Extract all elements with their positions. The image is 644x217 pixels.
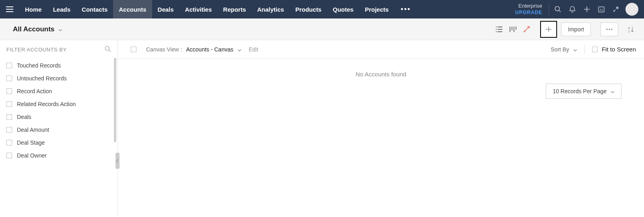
svg-point-4 — [606, 29, 607, 30]
plus-icon[interactable] — [580, 0, 594, 18]
filter-label: Untouched Records — [17, 75, 67, 82]
search-icon[interactable] — [551, 0, 565, 18]
filter-checkbox[interactable] — [6, 63, 12, 68]
plan-info: Enterprise UPGRADE — [515, 3, 547, 16]
nav-item-contacts[interactable]: Contacts — [76, 0, 113, 18]
filter-item[interactable]: Untouched Records — [6, 72, 111, 85]
sort-by-label: Sort By — [551, 46, 569, 53]
add-button[interactable] — [540, 21, 557, 38]
svg-text:A: A — [628, 26, 630, 30]
filter-label: Deals — [17, 114, 31, 120]
avatar[interactable] — [625, 3, 638, 16]
nav-item-projects[interactable]: Projects — [359, 0, 394, 18]
filter-label: Related Records Action — [17, 101, 76, 107]
svg-text:Z: Z — [628, 30, 630, 33]
filter-search-icon[interactable] — [105, 46, 111, 53]
filter-label: Deal Owner — [17, 152, 47, 159]
filter-checkbox[interactable] — [6, 88, 12, 94]
filter-item[interactable]: Deal Owner — [6, 149, 111, 162]
filter-label: Deal Amount — [17, 127, 49, 133]
caret-down-icon — [573, 46, 577, 53]
fit-to-screen-label: Fit to Screen — [602, 46, 636, 53]
empty-state-message: No Accounts found — [118, 59, 644, 78]
nav-item-deals[interactable]: Deals — [152, 0, 180, 18]
svg-text:31: 31 — [600, 8, 603, 12]
view-title-text: All Accounts — [13, 25, 54, 33]
svg-point-5 — [609, 29, 610, 30]
main-area: Canvas View : Accounts - Canvas Edit Sor… — [118, 40, 644, 217]
filter-checkbox[interactable] — [6, 76, 12, 81]
nav-item-analytics[interactable]: Analytics — [252, 0, 290, 18]
canvas-view-label: Canvas View : — [146, 46, 182, 53]
nav-item-home[interactable]: Home — [19, 0, 47, 18]
scrollbar-thumb[interactable] — [114, 58, 116, 142]
nav-item-reports[interactable]: Reports — [217, 0, 252, 18]
caret-down-icon — [237, 46, 242, 53]
nav-item-quotes[interactable]: Quotes — [327, 0, 359, 18]
list-view-icon[interactable] — [493, 24, 505, 35]
svg-line-10 — [109, 50, 111, 52]
filter-item[interactable]: Deal Stage — [6, 136, 111, 149]
fit-to-screen-checkbox[interactable] — [592, 47, 598, 52]
svg-point-6 — [611, 29, 612, 30]
sort-by-selector[interactable]: Sort By — [551, 46, 577, 53]
top-nav: HomeLeadsContactsAccountsDealsActivities… — [0, 0, 644, 18]
select-all-checkbox[interactable] — [131, 47, 136, 52]
calendar-icon[interactable]: 31 — [594, 0, 609, 18]
svg-point-0 — [555, 6, 559, 11]
records-per-page-selector[interactable]: 10 Records Per Page — [546, 84, 621, 99]
menu-icon[interactable] — [0, 6, 19, 12]
canvas-toolbar: Canvas View : Accounts - Canvas Edit Sor… — [118, 40, 644, 59]
canvas-view-icon[interactable] — [521, 24, 532, 35]
tools-icon[interactable] — [609, 0, 623, 18]
filter-checkbox[interactable] — [6, 114, 12, 120]
filter-item[interactable]: Record Action — [6, 85, 111, 98]
filter-checkbox[interactable] — [6, 153, 12, 158]
import-button[interactable]: Import — [561, 23, 591, 36]
pager-label: 10 Records Per Page — [553, 88, 607, 94]
plan-name: Enterprise — [515, 3, 542, 10]
filter-item[interactable]: Deal Amount — [6, 123, 111, 136]
separator — [549, 4, 549, 15]
canvas-name-text: Accounts - Canvas — [186, 46, 233, 53]
bell-icon[interactable] — [565, 0, 580, 18]
filter-checkbox[interactable] — [6, 127, 12, 133]
filter-item[interactable]: Related Records Action — [6, 98, 111, 111]
caret-down-icon — [611, 88, 615, 94]
upgrade-link[interactable]: UPGRADE — [515, 10, 542, 16]
svg-line-1 — [559, 10, 561, 12]
edit-canvas-link[interactable]: Edit — [249, 46, 258, 53]
canvas-selector[interactable]: Accounts - Canvas — [186, 46, 242, 53]
filter-label: Deal Stage — [17, 139, 45, 146]
filter-label: Record Action — [17, 88, 52, 94]
nav-item-accounts[interactable]: Accounts — [113, 0, 152, 18]
subheader: All Accounts Import AZ — [0, 18, 644, 40]
caret-down-icon — [58, 25, 62, 33]
kanban-view-icon[interactable] — [507, 24, 518, 35]
view-selector[interactable]: All Accounts — [8, 25, 62, 33]
filter-title: FILTER ACCOUNTS BY — [6, 47, 67, 53]
more-actions-button[interactable] — [601, 23, 618, 36]
filter-item[interactable]: Deals — [6, 111, 111, 123]
svg-point-9 — [105, 47, 109, 51]
filter-label: Touched Records — [17, 62, 61, 69]
sort-az-icon[interactable]: AZ — [625, 24, 636, 35]
filter-sidebar: FILTER ACCOUNTS BY Touched RecordsUntouc… — [0, 40, 118, 217]
filter-item[interactable]: Touched Records — [6, 59, 111, 72]
divider — [584, 45, 585, 54]
filter-checkbox[interactable] — [6, 101, 12, 107]
nav-item-leads[interactable]: Leads — [47, 0, 76, 18]
filter-checkbox[interactable] — [6, 140, 12, 145]
nav-item-products[interactable]: Products — [290, 0, 327, 18]
nav-item-activities[interactable]: Activities — [180, 0, 218, 18]
nav-more-icon[interactable]: ••• — [394, 5, 417, 14]
